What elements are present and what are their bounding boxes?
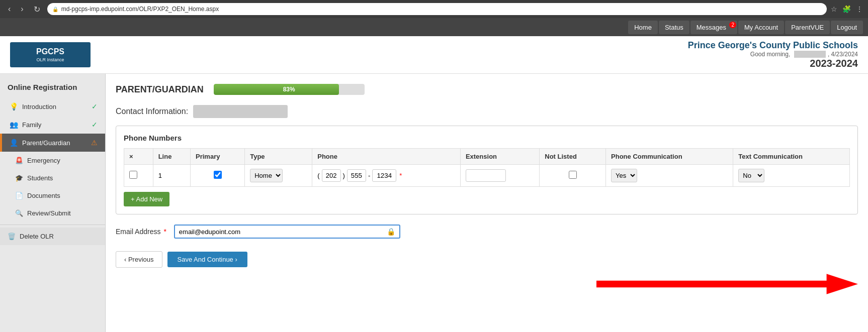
paren-close: ) <box>343 172 345 179</box>
red-arrow-annotation <box>596 273 858 295</box>
contact-name-box <box>193 105 288 118</box>
email-input-wrapper: 🔒 <box>174 225 400 239</box>
add-new-button[interactable]: + Add New <box>124 192 169 206</box>
table-row: 1 Home Work Cell Other <box>124 165 850 187</box>
phone-area-code[interactable] <box>322 169 341 182</box>
email-required-star: * <box>163 228 166 236</box>
paren-open: ( <box>317 172 319 179</box>
row-type-select[interactable]: Home Work Cell Other <box>250 169 283 182</box>
contact-info-section: Contact Information: <box>116 105 858 118</box>
progress-bar: 83% <box>214 84 365 95</box>
row-primary-checkbox[interactable] <box>214 171 222 179</box>
school-info: Prince George's County Public Schools Go… <box>111 40 858 69</box>
col-line: Line <box>153 149 190 165</box>
main-content: PARENT/GUARDIAN 83% Contact Information:… <box>106 74 868 332</box>
nav-my-account[interactable]: My Account <box>738 21 784 34</box>
row-not-listed-cell <box>540 165 606 187</box>
family-check-icon: ✓ <box>92 121 98 129</box>
page-header: PARENT/GUARDIAN 83% <box>116 84 858 95</box>
forward-button[interactable]: › <box>18 4 26 15</box>
email-input[interactable] <box>179 228 387 236</box>
back-button[interactable]: ‹ <box>5 4 14 15</box>
page-title: PARENT/GUARDIAN <box>116 84 204 95</box>
sidebar-label-family: Family <box>22 121 41 129</box>
menu-icon[interactable]: ⋮ <box>856 5 863 13</box>
refresh-button[interactable]: ↻ <box>31 4 43 15</box>
col-extension: Extension <box>460 149 539 165</box>
content-area: Online Registration 💡 Introduction ✓ 👥 F… <box>0 74 868 332</box>
email-icon[interactable]: 🔒 <box>387 228 395 236</box>
messages-badge: 2 <box>729 22 736 28</box>
sidebar-divider <box>0 225 105 225</box>
sidebar-label-emergency: Emergency <box>27 157 60 164</box>
col-not-listed: Not Listed <box>540 149 606 165</box>
progress-label: 83% <box>214 86 365 93</box>
sidebar-item-delete-olr[interactable]: 🗑️ Delete OLR <box>0 228 105 245</box>
review-submit-icon: 🔍 <box>15 209 23 217</box>
parent-guardian-warning-icon: ⚠ <box>91 139 98 147</box>
top-nav: Home Status Messages 2 My Account Parent… <box>0 18 868 36</box>
row-not-listed-checkbox[interactable] <box>569 171 577 179</box>
sidebar-label-students: Students <box>27 174 53 182</box>
phone-dash: - <box>368 172 370 179</box>
row-extension-input[interactable] <box>466 169 506 182</box>
row-text-comm-select[interactable]: Yes No <box>738 169 764 182</box>
row-line: 1 <box>153 165 190 187</box>
nav-buttons: ‹ Previous Save And Continue › <box>116 251 858 268</box>
phone-number[interactable] <box>372 169 396 182</box>
email-section: Email Address * 🔒 <box>116 225 858 239</box>
phone-table: × Line Primary Type Phone Extension Not … <box>124 148 850 187</box>
sidebar-item-documents[interactable]: 📄 Documents <box>0 187 105 204</box>
sidebar-item-family[interactable]: 👥 Family ✓ <box>0 116 105 134</box>
previous-button[interactable]: ‹ Previous <box>116 251 162 268</box>
family-icon: 👥 <box>10 121 18 129</box>
parent-guardian-icon: 👤 <box>10 139 18 147</box>
sidebar-item-parent-guardian[interactable]: 👤 Parent/Guardian ⚠ <box>0 134 105 152</box>
row-primary-cell <box>191 165 245 187</box>
sidebar-item-introduction[interactable]: 💡 Introduction ✓ <box>0 97 105 116</box>
nav-messages[interactable]: Messages 2 <box>690 21 737 34</box>
col-primary: Primary <box>191 149 245 165</box>
url-text: md-pgcps-imp.edupoint.com/OLR/PXP2_OEN_H… <box>61 6 219 13</box>
students-icon: 🎓 <box>15 174 23 182</box>
greeting: Good morning, , 4/23/2024 <box>111 51 858 58</box>
documents-icon: 📄 <box>15 192 23 199</box>
sidebar-item-emergency[interactable]: 🚨 Emergency <box>0 152 105 169</box>
sidebar-label-review-submit: Review/Submit <box>27 209 71 217</box>
sidebar-label-documents: Documents <box>27 192 60 199</box>
col-delete: × <box>124 149 153 165</box>
phone-section: Phone Numbers × Line Primary Type Phone … <box>116 126 858 214</box>
browser-icons: ☆ 🧩 ⋮ <box>831 5 863 13</box>
nav-status[interactable]: Status <box>659 21 689 34</box>
school-name: Prince George's County Public Schools <box>111 40 858 51</box>
nav-parentvue[interactable]: ParentVUE <box>785 21 830 34</box>
introduction-icon: 💡 <box>10 102 18 110</box>
phone-required-star: * <box>399 172 402 179</box>
phone-prefix[interactable] <box>347 169 366 182</box>
save-continue-button[interactable]: Save And Continue › <box>167 252 247 267</box>
row-delete-checkbox[interactable] <box>129 171 137 179</box>
lock-icon: 🔒 <box>52 7 58 12</box>
emergency-icon: 🚨 <box>15 157 23 164</box>
sidebar-item-review-submit[interactable]: 🔍 Review/Submit <box>0 204 105 222</box>
star-icon[interactable]: ☆ <box>831 5 837 13</box>
sidebar-item-students[interactable]: 🎓 Students <box>0 169 105 187</box>
col-phone: Phone <box>312 149 461 165</box>
main-wrapper: PGCPS OLR Instance Prince George's Count… <box>0 36 868 332</box>
logo: PGCPS OLR Instance <box>10 42 91 67</box>
col-phone-comm: Phone Communication <box>606 149 733 165</box>
url-bar[interactable]: 🔒 md-pgcps-imp.edupoint.com/OLR/PXP2_OEN… <box>47 3 827 15</box>
arrow-container <box>116 270 858 298</box>
logo-area: PGCPS OLR Instance <box>10 42 111 67</box>
academic-year: 2023-2024 <box>111 58 858 69</box>
row-type-cell: Home Work Cell Other <box>245 165 312 187</box>
delete-icon: 🗑️ <box>8 233 16 240</box>
nav-logout[interactable]: Logout <box>831 21 863 34</box>
row-text-comm-cell: Yes No <box>733 165 850 187</box>
nav-home[interactable]: Home <box>628 21 658 34</box>
row-phone-comm-select[interactable]: Yes No <box>611 169 637 182</box>
sidebar: Online Registration 💡 Introduction ✓ 👥 F… <box>0 74 106 332</box>
email-label: Email Address * <box>116 228 166 236</box>
extensions-icon[interactable]: 🧩 <box>842 5 851 13</box>
phone-input-group: ( ) - * <box>317 169 455 182</box>
